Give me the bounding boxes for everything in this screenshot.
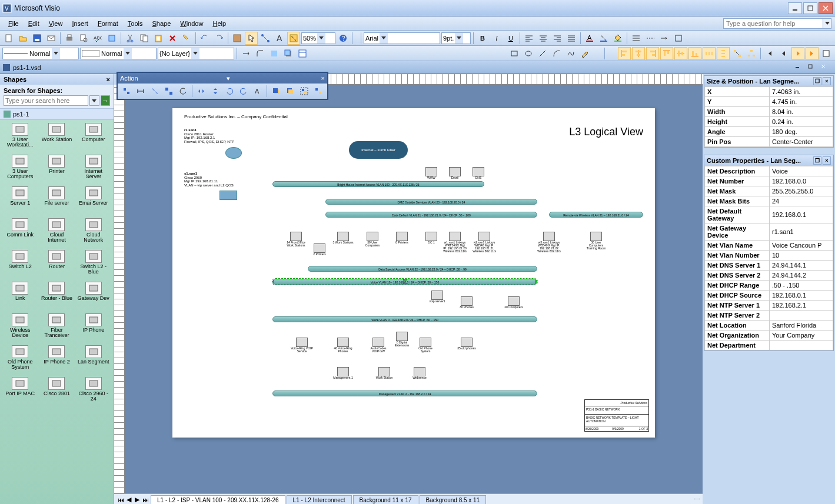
property-row[interactable]: Net DNS Server 224.94.144.2 xyxy=(705,271,833,281)
property-row[interactable]: Net Number192.168.0.0 xyxy=(705,176,833,186)
action-rotate-left-button[interactable] xyxy=(223,85,236,98)
delete-button[interactable] xyxy=(166,32,179,45)
property-value[interactable]: 7.4063 in. xyxy=(770,87,833,97)
menu-insert[interactable]: Insert xyxy=(67,19,93,28)
shape-item[interactable]: Old Phone System xyxy=(2,344,38,375)
help-search-input[interactable] xyxy=(723,18,823,29)
property-value[interactable]: 10 xyxy=(770,251,833,261)
layer-combo[interactable]: {No Layer} xyxy=(158,48,234,59)
property-value[interactable]: 192.168.0.1 xyxy=(770,206,833,223)
page-tab[interactable]: L1 - L2 - ISP - VLAN 100 - 209.XX.11X.12… xyxy=(151,495,285,505)
property-row[interactable]: Net NTP Server 1192.168.2.1 xyxy=(705,301,833,311)
shape-item[interactable]: Work Station xyxy=(39,122,74,152)
align-shapes-bottom-button[interactable] xyxy=(688,47,701,60)
tab-next-button[interactable]: ▶ xyxy=(133,495,141,505)
shape-item[interactable]: Lan Segment xyxy=(76,344,111,375)
align-right-button[interactable] xyxy=(551,32,564,45)
device-icon[interactable]: voip server1 xyxy=(425,291,449,303)
line-tool-button[interactable] xyxy=(536,47,549,60)
lan-segment[interactable]: Data Default VLAN 21 - 192.168.21.0 / 24… xyxy=(325,212,537,218)
menu-edit[interactable]: Edit xyxy=(24,19,44,28)
align-left-button[interactable] xyxy=(523,32,535,45)
new-button[interactable] xyxy=(2,32,15,45)
page-tab[interactable]: L1 - L2 Interconnect xyxy=(287,495,352,505)
shape-item[interactable]: IP Phone xyxy=(76,312,111,343)
property-row[interactable]: X7.4063 in. xyxy=(705,87,833,97)
action-flip-v-button[interactable] xyxy=(209,85,222,98)
line-weight-button[interactable] xyxy=(630,32,643,45)
shape-item[interactable]: Cisco 2960 - 24 xyxy=(76,376,111,406)
email-button[interactable] xyxy=(45,32,58,45)
drawing-tools-button[interactable] xyxy=(287,32,300,45)
action-flip-h-button[interactable] xyxy=(195,85,208,98)
action-distribute-button[interactable] xyxy=(134,85,147,98)
lan-segment[interactable]: Bright House Internet Access VLAN 100 - … xyxy=(272,181,484,187)
property-row[interactable]: Net DHCP Range.50 - .150 xyxy=(705,281,833,291)
shape-item[interactable]: Port IP MAC xyxy=(2,376,38,406)
tab-prev-button[interactable]: ◀ xyxy=(125,495,133,505)
doc-minimize-button[interactable] xyxy=(795,63,807,72)
line-ends-button[interactable] xyxy=(658,32,671,45)
fill-style-combo[interactable]: Normal xyxy=(80,48,157,59)
action-toolbar[interactable]: Action ▾ × A xyxy=(117,72,328,100)
shapes-window-button[interactable] xyxy=(231,32,244,45)
action-toolbar-drop-icon[interactable]: ▾ xyxy=(227,75,230,82)
property-value[interactable]: 255.255.255.0 xyxy=(770,186,833,196)
device-icon[interactable]: DNS xyxy=(467,167,490,179)
italic-button[interactable]: I xyxy=(490,32,503,45)
property-row[interactable]: Net LocationSanford Florida xyxy=(705,321,833,331)
property-value[interactable]: 8.04 in. xyxy=(770,107,833,117)
rectangle-tool-button[interactable] xyxy=(508,47,521,60)
device-icon[interactable]: 2 Printers xyxy=(308,243,331,256)
research-button[interactable] xyxy=(105,32,118,45)
paste-button[interactable] xyxy=(152,32,165,45)
device-icon[interactable]: w3.san1 Linksys WB540G Mgt IP: 192.168.2… xyxy=(537,232,561,253)
action-rotate-l-button[interactable] xyxy=(177,85,189,98)
shapes-search-go[interactable]: → xyxy=(101,95,111,106)
property-row[interactable]: Net Vlan NameVoice Cancoun P xyxy=(705,241,833,251)
help-button[interactable]: ? xyxy=(337,32,350,45)
property-value[interactable]: Voice xyxy=(770,166,833,176)
device-icon[interactable]: w1.san1 Linksys WRT54GX Mgt IP: 192.168.… xyxy=(443,232,467,253)
menu-file[interactable]: File xyxy=(4,19,24,28)
menu-view[interactable]: View xyxy=(44,19,68,28)
shape-item[interactable]: Comm Link xyxy=(2,217,38,248)
tab-overflow-icon[interactable]: ⋯ xyxy=(694,496,700,503)
property-row[interactable]: Width8.04 in. xyxy=(705,107,833,117)
cut-button[interactable] xyxy=(124,32,137,45)
action-group-button[interactable] xyxy=(298,85,311,98)
pencil-tool-button[interactable] xyxy=(578,47,591,60)
device-icon[interactable]: 14 FrontOffice Work Stations xyxy=(284,232,308,247)
shape-item[interactable]: Computer xyxy=(76,122,111,152)
device-icon[interactable]: 8 Digital Extensions xyxy=(390,332,414,347)
device-icon[interactable]: 30 User Computers Training Room xyxy=(584,232,608,250)
align-shapes-center-button[interactable] xyxy=(632,47,645,60)
shapes-close-icon[interactable]: × xyxy=(107,76,110,83)
device-icon[interactable]: Email xyxy=(443,167,467,179)
property-value[interactable]: Sanford Florida xyxy=(770,321,833,331)
device-icon[interactable]: 3 Work Stations xyxy=(331,232,355,244)
fill-color-button[interactable] xyxy=(611,32,624,45)
connect-shapes-button[interactable] xyxy=(731,47,744,60)
shape-item[interactable]: 3 User Workstati... xyxy=(2,122,38,152)
open-button[interactable] xyxy=(16,32,29,45)
line-end-style-button[interactable] xyxy=(239,47,252,60)
shape-item[interactable]: Printer xyxy=(39,153,74,184)
device-icon[interactable]: 35 old phones xyxy=(455,338,478,350)
distribute-vertical-button[interactable] xyxy=(717,47,730,60)
property-row[interactable]: Height0.24 in. xyxy=(705,117,833,127)
device-icon[interactable]: 30 Phones xyxy=(455,296,478,309)
print-button[interactable] xyxy=(63,32,76,45)
property-row[interactable]: Net NTP Server 2 xyxy=(705,311,833,321)
property-value[interactable]: 24 xyxy=(770,196,833,206)
property-value[interactable]: 0.24 in. xyxy=(770,117,833,127)
align-shapes-middle-button[interactable] xyxy=(674,47,687,60)
device-icon[interactable]: DC 1 xyxy=(420,232,443,244)
menu-tools[interactable]: Tools xyxy=(123,19,148,28)
font-name-combo[interactable]: Arial xyxy=(364,32,440,44)
size-pos-restore-button[interactable]: ❐ xyxy=(813,77,821,85)
property-value[interactable]: 192.168.0.0 xyxy=(770,176,833,186)
property-value[interactable] xyxy=(770,311,833,321)
property-value[interactable]: Center-Center xyxy=(770,137,833,147)
shapes-stencil-tab[interactable]: ps1-1 xyxy=(0,109,114,119)
